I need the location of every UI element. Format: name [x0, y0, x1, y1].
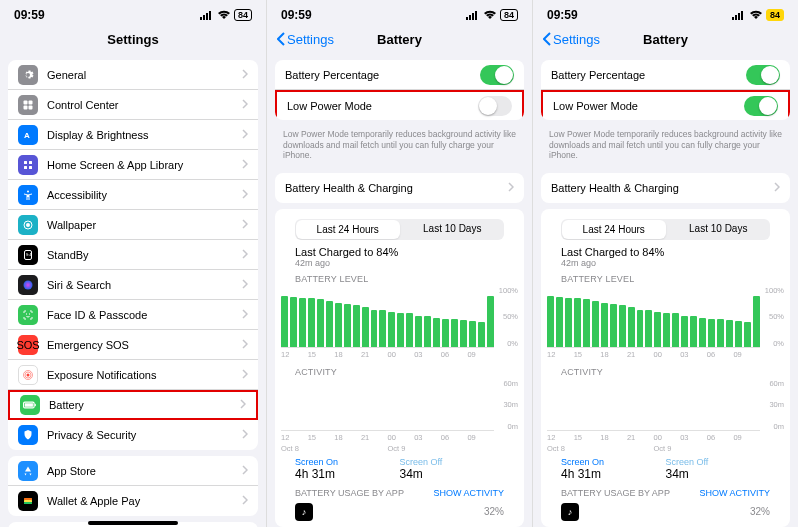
home-indicator[interactable]	[88, 521, 178, 525]
low-power-mode-toggle[interactable]	[744, 96, 778, 116]
battery-screen-on: 09:5984SettingsBatteryBattery Percentage…	[532, 0, 798, 527]
settings-row-wallpaper[interactable]: Wallpaper	[8, 210, 258, 240]
svg-rect-4	[24, 100, 28, 104]
settings-row-display-brightness[interactable]: ADisplay & Brightness	[8, 120, 258, 150]
battery-stats-card: Last 24 HoursLast 10 DaysLast Charged to…	[275, 209, 524, 527]
settings-row-label: Home Screen & App Library	[47, 159, 242, 171]
svg-point-20	[29, 313, 30, 314]
wifi-icon	[749, 10, 763, 20]
tab-10d[interactable]: Last 10 Days	[667, 219, 771, 240]
chevron-right-icon	[242, 219, 248, 229]
chevron-right-icon	[508, 182, 514, 192]
svg-rect-32	[466, 17, 468, 20]
activity-xaxis: 1215182100030609	[547, 431, 784, 442]
battery-screen-off: 09:5984SettingsBatteryBattery Percentage…	[266, 0, 532, 527]
settings-row-siri-search[interactable]: Siri & Search	[8, 270, 258, 300]
status-bar: 09:5984	[267, 0, 532, 24]
low-power-mode-toggle[interactable]	[478, 96, 512, 116]
usage-by-app-header: BATTERY USAGE BY APP	[561, 488, 670, 498]
low-power-footnote: Low Power Mode temporarily reduces backg…	[533, 126, 798, 167]
battery-percentage-toggle[interactable]	[480, 65, 514, 85]
page-title: Settings	[107, 32, 158, 47]
svg-rect-27	[24, 498, 32, 500]
nav-bar: Settings	[0, 24, 266, 54]
settings-row-home-screen-app-library[interactable]: Home Screen & App Library	[8, 150, 258, 180]
settings-row-label: Wallpaper	[47, 219, 242, 231]
screen-usage: Screen On4h 31mScreen Off34m	[547, 453, 784, 485]
settings-row-general[interactable]: General	[8, 60, 258, 90]
settings-row-label: StandBy	[47, 249, 242, 261]
chevron-right-icon	[242, 99, 248, 109]
chevron-right-icon	[774, 182, 780, 192]
last-charged-sub: 42m ago	[547, 258, 784, 272]
show-activity-link[interactable]: SHOW ACTIVITY	[433, 488, 504, 498]
battery-health-row[interactable]: Battery Health & Charging	[541, 173, 790, 203]
svg-rect-7	[29, 105, 33, 109]
settings-row-privacy-security[interactable]: Privacy & Security	[8, 420, 258, 450]
wall-icon	[18, 215, 38, 235]
settings-row-label: Battery	[49, 399, 240, 411]
activity-chart: 60m30m0m	[281, 379, 518, 431]
svg-rect-5	[29, 100, 33, 104]
settings-row-wallet-apple-pay[interactable]: Wallet & Apple Pay	[8, 486, 258, 516]
back-button[interactable]: Settings	[543, 32, 600, 47]
svg-rect-36	[732, 17, 734, 20]
battery-percentage-toggle[interactable]	[746, 65, 780, 85]
svg-rect-34	[472, 13, 474, 20]
tab-24h[interactable]: Last 24 Hours	[296, 220, 400, 239]
app-usage-row[interactable]: ♪32%	[281, 498, 518, 521]
show-activity-link[interactable]: SHOW ACTIVITY	[699, 488, 770, 498]
battery-pill: 84	[500, 9, 518, 21]
activity-header: ACTIVITY	[547, 365, 784, 379]
activity-dates: Oct 8Oct 9	[281, 442, 518, 453]
wifi-icon	[483, 10, 497, 20]
signal-icon	[466, 10, 480, 20]
back-button[interactable]: Settings	[277, 32, 334, 47]
svg-rect-6	[24, 105, 28, 109]
app-usage-row[interactable]: ♪32%	[547, 498, 784, 521]
settings-row-accessibility[interactable]: Accessibility	[8, 180, 258, 210]
page-title: Battery	[643, 32, 688, 47]
home-icon	[18, 155, 38, 175]
tiktok-icon: ♪	[561, 503, 579, 521]
battery-icon	[20, 395, 40, 415]
settings-row-battery[interactable]: Battery	[8, 390, 258, 420]
settings-row-face-id-passcode[interactable]: Face ID & Passcode	[8, 300, 258, 330]
settings-row-exposure-notifications[interactable]: Exposure Notifications	[8, 360, 258, 390]
nav-bar: SettingsBattery	[267, 24, 532, 54]
range-tabs: Last 24 HoursLast 10 Days	[561, 219, 770, 240]
battery-pill: 84	[766, 9, 784, 21]
activity-header: ACTIVITY	[281, 365, 518, 379]
svg-rect-1	[203, 15, 205, 20]
status-time: 09:59	[281, 8, 312, 22]
battery-percentage-row: Battery Percentage	[275, 60, 524, 90]
last-charged: Last Charged to 84%	[281, 244, 518, 258]
standby-icon: 9:4	[18, 245, 38, 265]
signal-icon	[200, 10, 214, 20]
chevron-right-icon	[242, 309, 248, 319]
settings-row-label: Control Center	[47, 99, 242, 111]
tab-10d[interactable]: Last 10 Days	[401, 219, 505, 240]
gear-icon	[18, 65, 38, 85]
chevron-right-icon	[242, 495, 248, 505]
settings-row-label: Exposure Notifications	[47, 369, 242, 381]
settings-list[interactable]: GeneralControl CenterADisplay & Brightne…	[0, 60, 266, 527]
svg-point-18	[24, 280, 33, 289]
settings-row-label: General	[47, 69, 242, 81]
settings-row-standby[interactable]: 9:4StandBy	[8, 240, 258, 270]
battery-health-row[interactable]: Battery Health & Charging	[275, 173, 524, 203]
chevron-right-icon	[242, 159, 248, 169]
chevron-right-icon	[242, 279, 248, 289]
activity-dates: Oct 8Oct 9	[547, 442, 784, 453]
nav-bar: SettingsBattery	[533, 24, 798, 54]
settings-row-control-center[interactable]: Control Center	[8, 90, 258, 120]
settings-row-emergency-sos[interactable]: SOSEmergency SOS	[8, 330, 258, 360]
battery-stats-card: Last 24 HoursLast 10 DaysLast Charged to…	[541, 209, 790, 527]
privacy-icon	[18, 425, 38, 445]
settings-row-label: Display & Brightness	[47, 129, 242, 141]
status-bar: 09:59 84	[0, 0, 266, 24]
appstore-icon	[18, 461, 38, 481]
svg-rect-3	[209, 11, 211, 20]
tab-24h[interactable]: Last 24 Hours	[562, 220, 666, 239]
settings-row-app-store[interactable]: App Store	[8, 456, 258, 486]
